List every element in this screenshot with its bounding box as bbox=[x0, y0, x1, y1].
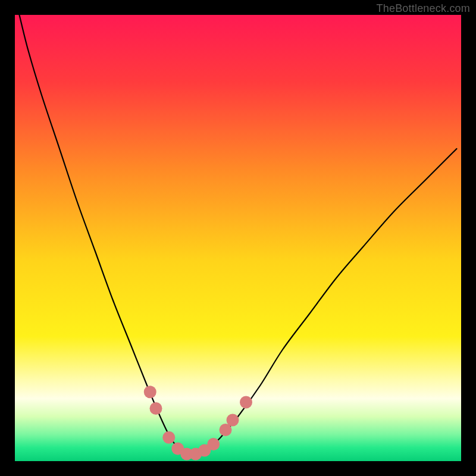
watermark: TheBottleneck.com bbox=[377, 2, 470, 15]
threshold-marker bbox=[227, 414, 239, 427]
threshold-marker bbox=[162, 431, 175, 444]
threshold-marker bbox=[144, 386, 156, 398]
threshold-marker bbox=[207, 438, 220, 450]
bottleneck-chart bbox=[15, 15, 461, 461]
threshold-marker bbox=[240, 396, 252, 409]
gradient-background bbox=[15, 15, 461, 461]
threshold-marker bbox=[150, 402, 162, 415]
chart-frame bbox=[15, 15, 461, 461]
